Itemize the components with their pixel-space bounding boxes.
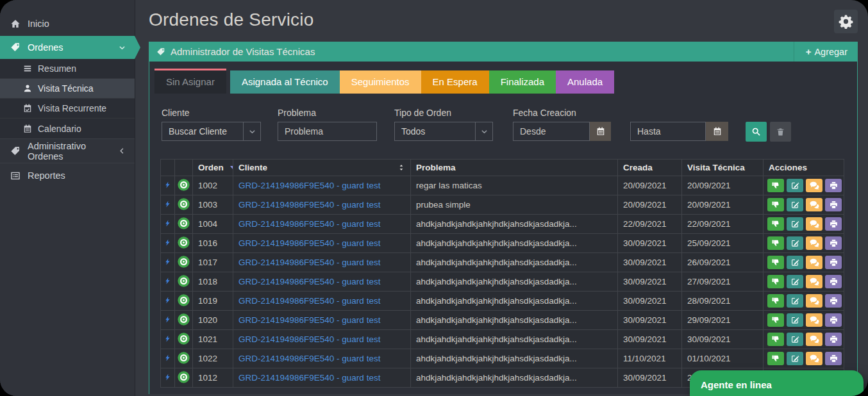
- tab-sin-asignar[interactable]: Sin Asignar: [154, 69, 226, 94]
- sort-desc-icon: [230, 166, 233, 170]
- assign-button[interactable]: [767, 179, 784, 192]
- comments-button[interactable]: [806, 294, 822, 308]
- tipo-select[interactable]: Todos: [394, 122, 493, 141]
- assign-button[interactable]: [767, 333, 784, 346]
- order-number: 1019: [193, 292, 233, 311]
- visit-date: 22/09/2021: [682, 215, 764, 234]
- edit-icon: [791, 201, 799, 209]
- agent-online-toast[interactable]: Agente en linea: [690, 370, 864, 396]
- client-link[interactable]: GRD-214194986F9E540 - guard test: [238, 296, 380, 306]
- comments-button[interactable]: [806, 333, 822, 346]
- sidebar-item-calendario[interactable]: Calendario: [0, 119, 135, 138]
- search-button[interactable]: [746, 122, 767, 142]
- desde-calendar-button[interactable]: [590, 122, 611, 141]
- print-button[interactable]: [825, 294, 842, 308]
- sidebar-item-visita-recurrente[interactable]: Visita Recurrente: [0, 99, 135, 119]
- edit-button[interactable]: [787, 217, 803, 231]
- sidebar-item-reportes[interactable]: Reportes: [0, 163, 135, 187]
- priority-cell: [161, 330, 175, 349]
- created-date: 20/09/2021: [618, 176, 682, 195]
- sidebar-item-inicio[interactable]: Inicio: [0, 12, 135, 36]
- table-row: 1002GRD-214194986F9E540 - guard testrega…: [161, 176, 844, 195]
- comments-button[interactable]: [806, 198, 822, 211]
- client-link[interactable]: GRD-214194986F9E540 - guard test: [238, 258, 380, 267]
- comments-button[interactable]: [806, 313, 822, 327]
- client-link[interactable]: GRD-214194986F9E540 - guard test: [238, 277, 380, 286]
- print-button[interactable]: [825, 352, 842, 365]
- header-cliente[interactable]: Cliente: [233, 160, 411, 176]
- hasta-calendar-button[interactable]: [706, 122, 728, 141]
- assign-button[interactable]: [767, 236, 784, 250]
- client-link[interactable]: GRD-214194986F9E540 - guard test: [238, 315, 380, 325]
- fecha-desde-input[interactable]: [513, 122, 590, 141]
- comments-button[interactable]: [806, 236, 822, 250]
- add-order-button[interactable]: + Agregar: [803, 46, 850, 57]
- tab-finalizada[interactable]: Finalizada: [489, 70, 556, 94]
- comments-button[interactable]: [806, 256, 822, 269]
- sidebar-item-administrativo-ordenes[interactable]: Administrativo Ordenes: [0, 138, 135, 163]
- assign-button[interactable]: [767, 313, 784, 327]
- assign-button[interactable]: [767, 198, 784, 211]
- assign-button[interactable]: [767, 352, 784, 365]
- edit-button[interactable]: [787, 333, 803, 346]
- client-link[interactable]: GRD-214194986F9E540 - guard test: [238, 354, 380, 363]
- sidebar-item-visita-tecnica[interactable]: Visita Técnica: [0, 79, 135, 99]
- client-link[interactable]: GRD-214194986F9E540 - guard test: [238, 200, 380, 210]
- client-link[interactable]: GRD-214194986F9E540 - guard test: [238, 181, 380, 190]
- edit-icon: [791, 239, 799, 247]
- actions-cell: [764, 215, 844, 234]
- user-icon: [23, 84, 32, 93]
- created-date: 22/09/2021: [618, 215, 682, 234]
- cliente-select[interactable]: Buscar Cliente: [162, 122, 261, 141]
- print-button[interactable]: [825, 275, 842, 288]
- print-button[interactable]: [825, 236, 842, 250]
- edit-icon: [791, 181, 799, 190]
- edit-button[interactable]: [787, 179, 803, 192]
- edit-button[interactable]: [787, 256, 803, 269]
- print-button[interactable]: [825, 256, 842, 269]
- tab-asignada-al-técnico[interactable]: Asignada al Técnico: [230, 70, 340, 94]
- edit-button[interactable]: [787, 236, 803, 250]
- problem-text: ahdkjahdkjahdkjahkjhdkjahsdkjasdadkja...: [411, 215, 618, 234]
- edit-button[interactable]: [787, 313, 803, 327]
- order-number: 1004: [193, 215, 233, 234]
- client-link[interactable]: GRD-214194986F9E540 - guard test: [238, 373, 380, 383]
- edit-button[interactable]: [787, 275, 803, 288]
- print-button[interactable]: [825, 179, 842, 192]
- sidebar-item-resumen[interactable]: Resumen: [0, 59, 135, 79]
- edit-button[interactable]: [787, 198, 803, 211]
- list-icon: [23, 64, 32, 73]
- comments-button[interactable]: [806, 352, 822, 365]
- comments-button[interactable]: [806, 179, 822, 192]
- tab-anulada[interactable]: Anulada: [556, 70, 614, 94]
- visit-date: 01/10/2021: [682, 349, 764, 368]
- priority-cell: [161, 176, 175, 195]
- client-cell: GRD-214194986F9E540 - guard test: [233, 176, 411, 195]
- tab-seguimientos[interactable]: Seguimientos: [340, 70, 421, 94]
- comments-button[interactable]: [806, 275, 822, 288]
- assign-button[interactable]: [767, 275, 784, 288]
- edit-icon: [791, 354, 799, 363]
- header-orden[interactable]: Orden: [193, 160, 233, 176]
- assign-button[interactable]: [767, 217, 784, 231]
- print-icon: [830, 354, 838, 363]
- sidebar-item-ordenes[interactable]: Ordenes: [0, 36, 135, 59]
- edit-button[interactable]: [787, 294, 803, 308]
- print-button[interactable]: [825, 313, 842, 327]
- edit-button[interactable]: [787, 352, 803, 365]
- problema-input[interactable]: [278, 122, 377, 141]
- clear-filters-button[interactable]: [770, 122, 791, 142]
- client-link[interactable]: GRD-214194986F9E540 - guard test: [238, 238, 380, 248]
- tab-en-espera[interactable]: En Espera: [421, 70, 489, 94]
- client-link[interactable]: GRD-214194986F9E540 - guard test: [238, 219, 380, 229]
- assign-button[interactable]: [767, 256, 784, 269]
- assign-button[interactable]: [767, 294, 784, 308]
- comments-button[interactable]: [806, 217, 822, 231]
- fecha-hasta-input[interactable]: [630, 122, 706, 141]
- print-button[interactable]: [825, 333, 842, 346]
- print-button[interactable]: [825, 198, 842, 211]
- print-button[interactable]: [825, 217, 842, 231]
- settings-button[interactable]: [834, 10, 858, 33]
- bullseye-icon: [177, 332, 190, 345]
- client-link[interactable]: GRD-214194986F9E540 - guard test: [238, 334, 380, 344]
